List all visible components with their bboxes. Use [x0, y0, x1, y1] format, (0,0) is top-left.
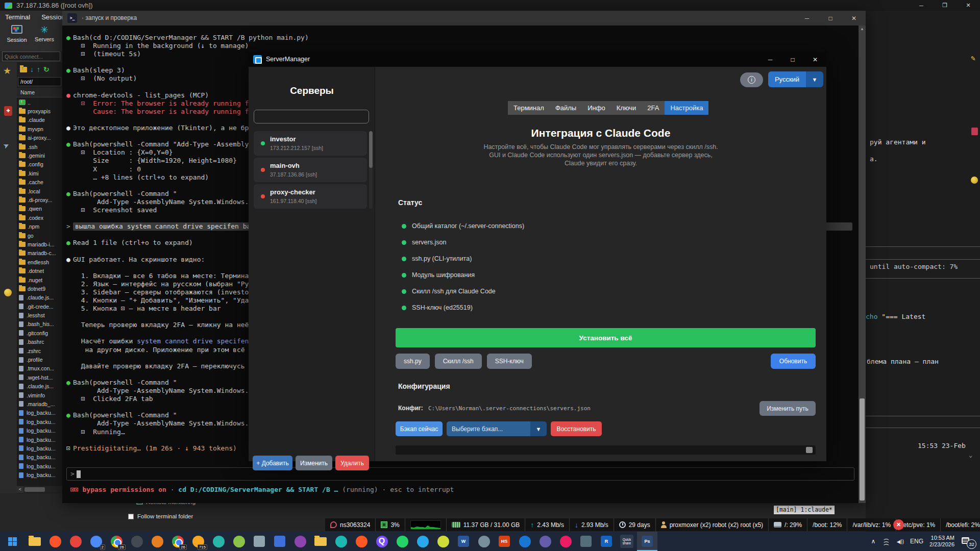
file-row[interactable]: log_backu... — [17, 453, 62, 462]
taskbar-app-paint-app[interactable]: Ps — [637, 532, 657, 551]
server-list-scrollbar-thumb[interactable] — [369, 131, 373, 168]
servermanager-minimize-button[interactable]: ─ — [759, 52, 781, 67]
folder-up-icon[interactable] — [20, 67, 27, 72]
taskbar-app-app-hs[interactable]: HS — [494, 532, 514, 551]
file-row[interactable]: .claude.js... — [17, 293, 62, 302]
taskbar-app-vlc[interactable] — [147, 532, 167, 551]
terminal-maximize-button[interactable]: □ — [819, 11, 842, 26]
tab-2fa[interactable]: 2FA — [642, 101, 665, 115]
hscroll-thumb[interactable] — [24, 487, 45, 492]
terminal-input[interactable]: > — [66, 467, 854, 481]
taskbar-app-app-teal-2[interactable] — [331, 532, 351, 551]
taskbar-app-app-r[interactable]: R — [596, 532, 617, 551]
taskbar-app-app-gray[interactable] — [474, 532, 494, 551]
terminal-titlebar[interactable]: >_ · запуск и проверка ─ □ ✕ — [62, 11, 866, 26]
right-edge-ball-icon[interactable] — [971, 177, 978, 184]
terminal-scrollbar[interactable]: ▲ ▼ — [859, 26, 866, 503]
taskbar-app-chrome-2[interactable]: 26 — [167, 532, 188, 551]
mobaxterm-minimize-button[interactable]: ─ — [910, 0, 933, 11]
taskbar-app-word[interactable]: W — [453, 532, 474, 551]
start-button[interactable] — [0, 532, 24, 551]
language-dropdown[interactable]: Русский ▼ — [768, 71, 823, 87]
mobaxterm-maximize-button[interactable]: ❐ — [933, 0, 957, 11]
file-row[interactable]: .tmux.con... — [17, 364, 62, 373]
file-row[interactable]: log_backu... — [17, 444, 62, 453]
server-search-input[interactable] — [254, 110, 369, 123]
file-row[interactable]: .zshrc — [17, 346, 62, 355]
file-row[interactable]: .git-crede... — [17, 302, 62, 311]
file-list-hscrollbar[interactable]: < — [17, 486, 62, 493]
file-row[interactable]: mariadb-i... — [17, 240, 62, 248]
install-button-ssh[interactable]: SSH-ключ — [487, 354, 532, 369]
download-icon[interactable]: ↓ — [30, 65, 34, 73]
terminal-minimize-button[interactable]: ─ — [795, 11, 819, 26]
tab-ключи[interactable]: Ключи — [611, 101, 642, 115]
file-row[interactable]: log_backu... — [17, 462, 62, 470]
delete-server-button[interactable]: Удалить — [335, 456, 369, 470]
taskbar-app-chrome[interactable]: 26 — [106, 532, 127, 551]
tab-инфо[interactable]: Инфо — [582, 101, 610, 115]
wifi-icon[interactable]: ((( — [884, 537, 890, 545]
servermanager-close-button[interactable]: ✕ — [804, 52, 826, 67]
taskbar-app-brave[interactable] — [45, 532, 65, 551]
file-row[interactable]: log_backu... — [17, 426, 62, 435]
taskbar-app-viber[interactable] — [535, 532, 555, 551]
stats-close-icon[interactable]: ✕ — [893, 519, 904, 530]
taskbar-app-file-explorer[interactable] — [24, 532, 45, 551]
progress-track[interactable] — [396, 445, 816, 455]
taskbar-app-chrome-orange[interactable]: 715 — [188, 532, 208, 551]
games-ball-icon[interactable] — [4, 289, 12, 296]
keyboard-language[interactable]: ENG — [910, 538, 923, 545]
taskbar-app-app-orange[interactable] — [351, 532, 372, 551]
file-row[interactable]: ai-proxy... — [17, 134, 62, 142]
file-row[interactable]: dotnet9 — [17, 284, 62, 293]
backup-select-dropdown[interactable]: Выберите бэкап... ▼ — [447, 421, 547, 436]
right-edge-red-icon[interactable] — [971, 128, 978, 135]
tab-файлы[interactable]: Файлы — [550, 101, 582, 115]
taskbar-app-camera-app[interactable] — [576, 532, 596, 551]
file-row[interactable]: .config — [17, 160, 62, 169]
file-row[interactable]: mariadb-c... — [17, 249, 62, 258]
taskbar-app-app-purple[interactable] — [290, 532, 310, 551]
file-row[interactable]: .. — [17, 98, 62, 107]
tray-expand-icon[interactable]: ∧ — [871, 538, 876, 545]
file-row[interactable]: .npm — [17, 222, 62, 231]
taskbar-app-app-q[interactable]: Q — [372, 532, 392, 551]
macros-icon[interactable]: ➤ — [2, 140, 10, 150]
taskbar-app-app-dark[interactable] — [127, 532, 147, 551]
file-row[interactable]: .profile — [17, 355, 62, 364]
notification-center[interactable]: 32 — [961, 532, 978, 551]
install-button-ssh[interactable]: Скилл /ssh — [435, 354, 482, 369]
taskbar-app-folder-window[interactable] — [310, 532, 331, 551]
scroll-down-icon[interactable]: ▼ — [859, 496, 866, 503]
file-row[interactable]: go — [17, 231, 62, 240]
taskbar-app-telegram[interactable] — [412, 532, 433, 551]
taskbar-app-browser-red[interactable] — [65, 532, 86, 551]
file-row[interactable]: .bashrc — [17, 338, 62, 346]
file-row[interactable]: log_backu... — [17, 435, 62, 444]
scrollbar-thumb[interactable] — [860, 398, 865, 500]
file-row[interactable]: proxyapis — [17, 107, 62, 115]
file-row[interactable]: .codex — [17, 213, 62, 222]
file-row[interactable]: .local — [17, 187, 62, 195]
volume-icon[interactable]: ◀)) — [897, 539, 904, 544]
refresh-button[interactable]: Обновить — [771, 354, 816, 369]
mobaxterm-close-button[interactable]: ✕ — [957, 0, 980, 11]
follow-terminal-folder-row[interactable]: Follow terminal folder — [128, 513, 193, 519]
taskbar-app-app-blue-2[interactable] — [514, 532, 535, 551]
taskbar-app-app-teal[interactable] — [208, 532, 229, 551]
servers-button[interactable]: ✳ Servers — [31, 25, 58, 42]
servermanager-maximize-button[interactable]: □ — [781, 52, 804, 67]
name-column-header[interactable]: Name — [17, 88, 62, 97]
refresh-icon[interactable]: ↻ — [43, 65, 50, 73]
file-row[interactable]: .claude — [17, 116, 62, 124]
file-row[interactable]: endlessh — [17, 258, 62, 266]
progress-thumb[interactable] — [806, 447, 813, 453]
file-row[interactable]: .claude.js... — [17, 382, 62, 391]
file-row[interactable]: .gitconfig — [17, 329, 62, 337]
clock[interactable]: 10:53 AM 2/23/2026 — [929, 535, 954, 548]
taskbar-app-whatsapp[interactable] — [392, 532, 412, 551]
scroll-up-icon[interactable]: ▲ — [859, 26, 866, 32]
file-row[interactable]: .lesshst — [17, 311, 62, 319]
server-card[interactable]: proxy-checker161.97.118.40 [ssh] — [254, 184, 367, 209]
